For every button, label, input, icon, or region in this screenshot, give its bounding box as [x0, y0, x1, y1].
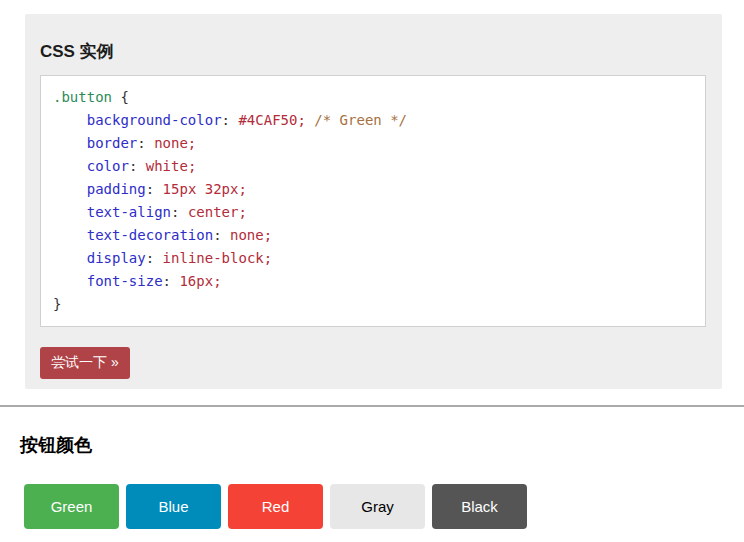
color-button-row: GreenBlueRedGrayBlack: [24, 484, 744, 529]
code-token-pln: :: [146, 181, 163, 197]
code-token-pln: [53, 135, 87, 151]
css-example-panel: CSS 实例 .button { background-color: #4CAF…: [25, 14, 722, 389]
code-token-pln: }: [53, 296, 61, 312]
code-line: color: white;: [53, 155, 693, 178]
code-token-prop: border: [87, 135, 138, 151]
code-line: .button {: [53, 86, 693, 109]
section-divider: [0, 405, 744, 407]
code-line: display: inline-block;: [53, 247, 693, 270]
code-token-prop: text-decoration: [87, 227, 213, 243]
code-token-pln: [53, 204, 87, 220]
code-token-pln: :: [163, 273, 180, 289]
code-token-val: 16px;: [179, 273, 221, 289]
example-title: CSS 实例: [40, 40, 706, 63]
code-token-val: none;: [230, 227, 272, 243]
code-token-val: none;: [154, 135, 196, 151]
code-token-prop: text-align: [87, 204, 171, 220]
code-token-prop: background-color: [87, 112, 222, 128]
code-token-pln: [53, 227, 87, 243]
color-button-green[interactable]: Green: [24, 484, 119, 529]
code-token-pln: [53, 158, 87, 174]
code-token-val: inline-block;: [163, 250, 273, 266]
color-button-gray[interactable]: Gray: [330, 484, 425, 529]
code-line: padding: 15px 32px;: [53, 178, 693, 201]
code-token-pln: [53, 273, 87, 289]
code-line: border: none;: [53, 132, 693, 155]
code-token-pln: :: [171, 204, 188, 220]
code-token-prop: font-size: [87, 273, 163, 289]
code-token-sel: .button: [53, 89, 112, 105]
code-token-pln: :: [213, 227, 230, 243]
try-it-button[interactable]: 尝试一下 »: [40, 347, 130, 379]
code-token-val: center;: [188, 204, 247, 220]
color-button-black[interactable]: Black: [432, 484, 527, 529]
color-button-red[interactable]: Red: [228, 484, 323, 529]
section-heading: 按钮颜色: [20, 433, 744, 457]
css-code-block: .button { background-color: #4CAF50; /* …: [40, 75, 706, 327]
code-token-pln: {: [112, 89, 129, 105]
code-token-prop: color: [87, 158, 129, 174]
code-token-pln: :: [222, 112, 239, 128]
code-token-com: /* Green */: [314, 112, 407, 128]
code-line: font-size: 16px;: [53, 270, 693, 293]
color-button-blue[interactable]: Blue: [126, 484, 221, 529]
code-token-pln: [53, 112, 87, 128]
code-token-val: #4CAF50;: [238, 112, 305, 128]
code-token-prop: padding: [87, 181, 146, 197]
code-line: background-color: #4CAF50; /* Green */: [53, 109, 693, 132]
code-line: }: [53, 293, 693, 316]
code-line: text-decoration: none;: [53, 224, 693, 247]
code-token-val: white;: [146, 158, 197, 174]
code-token-val: 15px 32px;: [163, 181, 247, 197]
code-token-pln: :: [137, 135, 154, 151]
code-token-pln: :: [129, 158, 146, 174]
code-token-pln: :: [146, 250, 163, 266]
code-token-pln: [53, 181, 87, 197]
code-line: text-align: center;: [53, 201, 693, 224]
code-token-pln: [53, 250, 87, 266]
code-token-prop: display: [87, 250, 146, 266]
